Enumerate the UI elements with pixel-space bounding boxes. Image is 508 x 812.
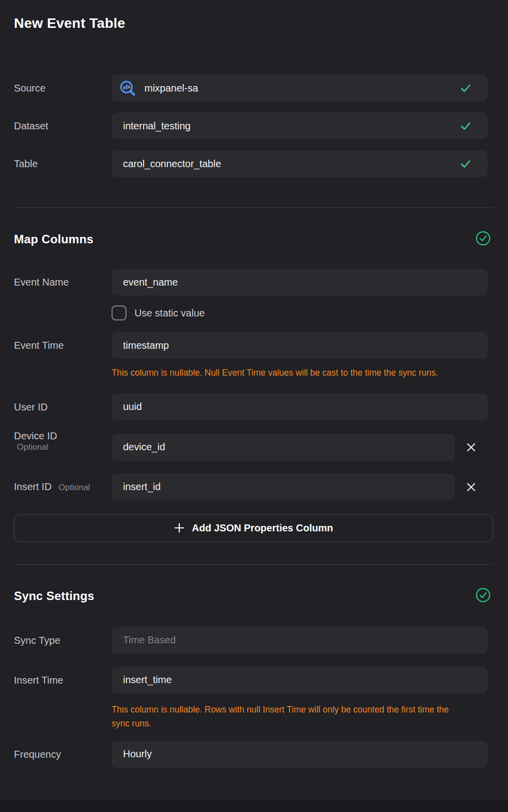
source-value: mixpanel-sa (144, 83, 198, 94)
static-value-row: Use static value (112, 305, 493, 320)
insert-id-optional-label: Optional (56, 482, 90, 493)
section-complete-check-icon (476, 588, 491, 605)
dataset-field[interactable]: internal_testing (112, 112, 488, 139)
user-id-value: uuid (123, 401, 142, 412)
dataset-label: Dataset (14, 120, 112, 132)
dataset-valid-check-icon (460, 120, 472, 132)
event-time-field[interactable]: timestamp (112, 332, 488, 359)
new-event-table-form: New Event Table Source mixpanel-sa Datas… (0, 0, 508, 768)
table-row: Table carol_connector_table (14, 150, 488, 177)
user-id-field[interactable]: uuid (112, 394, 488, 420)
source-valid-check-icon (460, 82, 472, 94)
close-icon (466, 442, 476, 452)
insert-id-row: Insert ID Optional insert_id (14, 474, 488, 501)
section-complete-check-icon (476, 231, 491, 248)
sync-type-label: Sync Type (14, 634, 112, 646)
user-id-row: User ID uuid (14, 394, 488, 420)
source-row: Source mixpanel-sa (14, 75, 488, 102)
device-id-label-group: Device ID Optional (14, 430, 112, 453)
sync-settings-header: Sync Settings (14, 589, 491, 604)
map-columns-header: Map Columns (14, 232, 491, 247)
frequency-row: Frequency Hourly (14, 741, 488, 768)
insert-time-field[interactable]: insert_time (112, 667, 488, 694)
table-field[interactable]: carol_connector_table (112, 150, 488, 177)
device-id-value: device_id (123, 441, 165, 453)
frequency-label: Frequency (14, 748, 112, 760)
event-time-row: Event Time timestamp (14, 332, 488, 359)
event-name-label: Event Name (14, 276, 112, 288)
event-time-value: timestamp (123, 340, 169, 351)
table-value: carol_connector_table (123, 158, 221, 170)
insert-time-nullable-warning: This column is nullable. Rows with null … (112, 703, 468, 731)
add-json-properties-label: Add JSON Properties Column (192, 522, 333, 534)
page-title: New Event Table (14, 15, 493, 31)
sync-type-value: Time Based (123, 634, 176, 646)
insert-id-value: insert_id (123, 481, 161, 493)
insert-id-label: Insert ID (14, 481, 52, 493)
source-label: Source (14, 82, 112, 94)
event-name-field[interactable]: event_name (112, 269, 488, 296)
map-columns-title: Map Columns (14, 232, 94, 246)
insert-time-row: Insert Time insert_time (14, 667, 488, 694)
section-divider (14, 207, 493, 208)
bigquery-icon (119, 79, 136, 97)
frequency-value: Hourly (123, 748, 152, 760)
device-id-label: Device ID (14, 430, 112, 442)
section-divider (14, 564, 493, 565)
sync-type-row: Sync Type Time Based (14, 627, 488, 654)
use-static-value-label: Use static value (134, 307, 205, 319)
panel-bottom-edge (0, 800, 508, 812)
table-label: Table (14, 158, 112, 170)
table-valid-check-icon (460, 158, 472, 170)
insert-time-label: Insert Time (14, 674, 112, 686)
use-static-value-checkbox[interactable] (112, 305, 127, 320)
sync-settings-title: Sync Settings (14, 589, 94, 603)
insert-id-field[interactable]: insert_id (112, 474, 455, 501)
insert-id-label-group: Insert ID Optional (14, 481, 112, 493)
user-id-label: User ID (14, 401, 112, 413)
event-name-value: event_name (123, 277, 178, 288)
event-name-row: Event Name event_name (14, 269, 488, 296)
source-field[interactable]: mixpanel-sa (112, 75, 488, 102)
device-id-clear-button[interactable] (455, 442, 488, 452)
insert-id-clear-button[interactable] (455, 482, 488, 492)
device-id-optional-label: Optional (14, 442, 112, 453)
add-json-properties-button[interactable]: Add JSON Properties Column (14, 514, 493, 542)
event-time-label: Event Time (14, 339, 112, 351)
device-id-row: Device ID Optional device_id (14, 434, 488, 461)
plus-icon (174, 522, 185, 533)
close-icon (466, 482, 476, 492)
sync-type-field: Time Based (112, 627, 488, 654)
frequency-field[interactable]: Hourly (112, 741, 488, 768)
insert-time-value: insert_time (123, 674, 172, 686)
dataset-value: internal_testing (123, 120, 191, 132)
device-id-field[interactable]: device_id (112, 434, 455, 461)
event-time-nullable-warning: This column is nullable. Null Event Time… (112, 366, 468, 380)
dataset-row: Dataset internal_testing (14, 112, 488, 139)
